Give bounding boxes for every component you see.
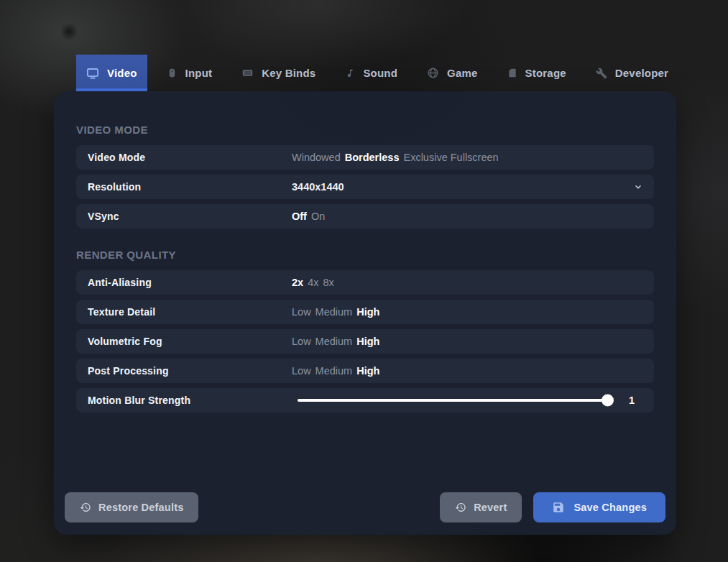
mouse-icon <box>167 67 178 79</box>
option-high[interactable]: High <box>356 306 379 318</box>
save-icon <box>552 501 565 514</box>
setting-label: Texture Detail <box>88 306 292 318</box>
sd-card-icon <box>507 67 517 79</box>
restore-defaults-button[interactable]: Restore Defaults <box>65 492 198 522</box>
motion-blur-value: 1 <box>621 395 642 406</box>
option-4x[interactable]: 4x <box>308 277 318 288</box>
globe-icon <box>427 67 439 79</box>
post-processing-options: Low Medium High <box>292 365 379 377</box>
option-2x[interactable]: 2x <box>292 277 303 288</box>
setting-label: Motion Blur Strength <box>88 395 292 406</box>
setting-row-post-processing: Post Processing Low Medium High <box>76 359 654 383</box>
anti-aliasing-options: 2x 4x 8x <box>292 277 334 288</box>
slider-thumb[interactable] <box>602 395 614 407</box>
tab-video[interactable]: Video <box>76 55 147 91</box>
section-title-render-quality: RENDER QUALITY <box>76 234 654 262</box>
settings-tabbar: Video Input Key Binds Sound Game Storage <box>76 55 678 91</box>
setting-row-resolution[interactable]: Resolution 3440x1440 <box>76 175 654 199</box>
tab-label: Game <box>447 67 478 79</box>
motion-blur-slider[interactable] <box>298 399 612 402</box>
settings-footer: Restore Defaults Revert Save Changes <box>65 492 665 522</box>
restore-defaults-label: Restore Defaults <box>98 502 183 513</box>
setting-row-anti-aliasing: Anti-Aliasing 2x 4x 8x <box>76 270 654 295</box>
history-icon <box>80 502 91 513</box>
option-windowed[interactable]: Windowed <box>292 152 341 163</box>
option-low[interactable]: Low <box>292 306 311 318</box>
setting-row-motion-blur-strength: Motion Blur Strength 1 <box>76 388 654 413</box>
option-medium[interactable]: Medium <box>315 336 353 347</box>
tab-label: Key Binds <box>262 67 315 79</box>
wrench-icon <box>596 68 607 79</box>
option-high[interactable]: High <box>356 365 379 377</box>
option-medium[interactable]: Medium <box>315 365 353 377</box>
settings-panel: VIDEO MODE Video Mode Windowed Borderles… <box>54 91 676 535</box>
slider-fill <box>298 399 612 402</box>
save-changes-button[interactable]: Save Changes <box>533 492 665 522</box>
section-title-video-mode: VIDEO MODE <box>76 91 654 137</box>
option-exclusive-fullscreen[interactable]: Exclusive Fullscreen <box>403 152 498 163</box>
option-low[interactable]: Low <box>292 336 311 347</box>
tab-key-binds[interactable]: Key Binds <box>231 55 326 91</box>
option-low[interactable]: Low <box>292 365 311 377</box>
setting-row-volumetric-fog: Volumetric Fog Low Medium High <box>76 329 654 354</box>
tab-storage[interactable]: Storage <box>497 55 576 91</box>
volumetric-fog-options: Low Medium High <box>292 336 379 347</box>
texture-detail-options: Low Medium High <box>292 306 379 318</box>
keyboard-icon <box>241 67 254 79</box>
tab-input[interactable]: Input <box>157 55 223 91</box>
revert-label: Revert <box>474 502 507 513</box>
revert-button[interactable]: Revert <box>440 492 522 522</box>
tab-label: Developer <box>615 67 668 79</box>
setting-label: Volumetric Fog <box>88 336 292 347</box>
monitor-icon <box>86 67 99 80</box>
tab-developer[interactable]: Developer <box>586 55 678 91</box>
save-changes-label: Save Changes <box>573 502 647 513</box>
option-8x[interactable]: 8x <box>323 277 333 288</box>
setting-label: Post Processing <box>88 365 292 377</box>
option-high[interactable]: High <box>356 336 379 347</box>
tab-label: Sound <box>363 67 397 79</box>
tab-sound[interactable]: Sound <box>335 55 407 91</box>
chevron-down-icon <box>634 183 642 191</box>
vsync-options: Off On <box>292 211 325 222</box>
tab-label: Input <box>185 67 213 79</box>
option-medium[interactable]: Medium <box>315 306 353 318</box>
setting-label: Video Mode <box>88 152 292 163</box>
setting-row-video-mode: Video Mode Windowed Borderless Exclusive… <box>76 145 654 170</box>
tab-game[interactable]: Game <box>417 55 488 91</box>
option-borderless[interactable]: Borderless <box>345 152 400 163</box>
music-note-icon <box>345 68 355 79</box>
tab-label: Storage <box>525 67 566 79</box>
setting-label: Resolution <box>88 181 292 193</box>
setting-row-texture-detail: Texture Detail Low Medium High <box>76 300 654 324</box>
option-off[interactable]: Off <box>292 211 307 222</box>
option-on[interactable]: On <box>311 211 325 222</box>
history-icon <box>455 502 466 513</box>
video-mode-options: Windowed Borderless Exclusive Fullscreen <box>292 152 499 163</box>
resolution-value: 3440x1440 <box>292 181 344 193</box>
setting-row-vsync: VSync Off On <box>76 204 654 229</box>
setting-label: VSync <box>88 211 292 222</box>
tab-label: Video <box>107 67 137 79</box>
setting-label: Anti-Aliasing <box>88 277 292 288</box>
